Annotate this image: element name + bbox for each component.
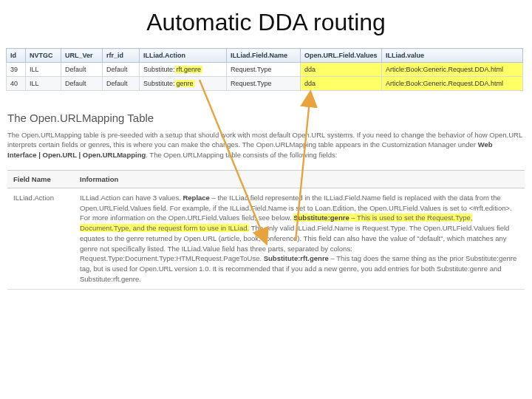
highlight-genre: genre xyxy=(175,80,195,87)
cell-urlver: Default xyxy=(61,77,103,91)
mapping-data-table: Id NVTGC URL_Ver rfr_id ILLiad.Action IL… xyxy=(6,48,523,91)
cell-id: 40 xyxy=(7,77,26,91)
cell-rfrid: Default xyxy=(103,77,140,91)
table-row: 40 ILL Default Default Substitute:genre … xyxy=(7,77,523,91)
page-title: Automatic DDA routing xyxy=(0,9,532,36)
cell-fieldname: Request.Type xyxy=(227,77,301,91)
col-openurlfv: Open.URL.Field.Values xyxy=(301,49,382,63)
table-header-row: Id NVTGC URL_Ver rfr_id ILLiad.Action IL… xyxy=(7,49,523,63)
col-fieldname: ILLiad.Field.Name xyxy=(227,49,301,63)
cell-nvtgc: ILL xyxy=(26,77,61,91)
field-info-cell: ILLiad.Action can have 3 values. Replace… xyxy=(74,188,525,289)
col-action: ILLiad.Action xyxy=(140,49,227,63)
table-row: ILLiad.Action ILLiad.Action can have 3 v… xyxy=(7,188,525,289)
col-illiadvalue: ILLiad.value xyxy=(382,49,523,63)
cell-fieldname: Request.Type xyxy=(227,63,301,77)
cell-id: 39 xyxy=(7,63,26,77)
col-id: Id xyxy=(7,49,26,63)
highlight-rftgenre: rft.genre xyxy=(175,66,203,73)
section-heading: The Open.URLMapping Table xyxy=(7,112,532,124)
cell-rfrid: Default xyxy=(103,63,140,77)
cell-openurlfv: dda xyxy=(301,77,382,91)
section-paragraph: The Open.URLMapping table is pre-seeded … xyxy=(7,130,523,160)
col-rfrid: rfr_id xyxy=(103,49,140,63)
cell-illiadvalue: Article:Book:Generic.Request.DDA.html xyxy=(382,77,523,91)
cell-action: Substitute:genre xyxy=(140,77,227,91)
col-nvtgc: NVTGC xyxy=(26,49,61,63)
field-name-cell: ILLiad.Action xyxy=(7,188,74,289)
col-urlver: URL_Ver xyxy=(61,49,103,63)
col-fieldname: Field Name xyxy=(7,170,74,188)
col-information: Information xyxy=(74,170,525,188)
cell-openurlfv: dda xyxy=(301,63,382,77)
cell-action: Substitute:rft.genre xyxy=(140,63,227,77)
cell-illiadvalue: Article:Book:Generic.Request.DDA.html xyxy=(382,63,523,77)
field-info-table: Field Name Information ILLiad.Action ILL… xyxy=(7,170,525,290)
cell-urlver: Default xyxy=(61,63,103,77)
cell-nvtgc: ILL xyxy=(26,63,61,77)
table-row: 39 ILL Default Default Substitute:rft.ge… xyxy=(7,63,523,77)
